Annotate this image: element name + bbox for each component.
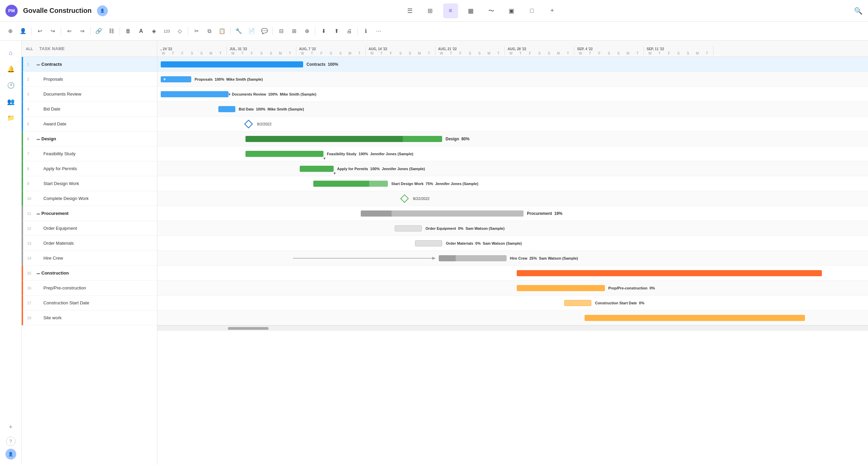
day-cell: T xyxy=(702,52,712,55)
add-user-btn[interactable]: 👤 xyxy=(17,25,29,37)
nav-list-btn[interactable]: ☰ xyxy=(402,3,417,18)
table-row[interactable]: 17 Construction Start Date xyxy=(22,296,157,310)
note-btn[interactable]: 📄 xyxy=(245,25,258,37)
add-task-btn[interactable]: ⊕ xyxy=(4,25,16,37)
col-all-label[interactable]: ALL xyxy=(26,47,39,51)
group-collapse-icon[interactable]: ▬ xyxy=(37,137,40,141)
sidebar-item-add[interactable]: + xyxy=(4,420,18,434)
table-row[interactable]: 7 Feasibility Study xyxy=(22,146,157,161)
indent-btn[interactable]: ⇒ xyxy=(76,25,88,37)
gantt-bar[interactable]: ▼ Proposals 100% Mike Smith (Sample) xyxy=(161,76,191,82)
color-btn[interactable]: ◈ xyxy=(148,25,160,37)
chart-row-order-equipment: Order Equipment 0% Sam Watson (Sample) xyxy=(157,221,868,236)
table-row[interactable]: 18 Site work xyxy=(22,310,157,325)
table-row[interactable]: 13 Order Materials xyxy=(22,236,157,251)
outdent-btn[interactable]: ⇐ xyxy=(63,25,75,37)
row-number: 5 xyxy=(27,122,37,126)
grid-btn[interactable]: ⊞ xyxy=(288,25,300,37)
gantt-bar[interactable]: Start Design Work 75% Jennifer Jones (Sa… xyxy=(313,181,388,187)
gantt-bar[interactable]: Order Materials 0% Sam Watson (Sample) xyxy=(415,240,442,246)
sidebar-item-projects[interactable]: 📁 xyxy=(4,111,18,125)
unlink-btn[interactable]: ⛓ xyxy=(105,25,118,37)
zoom-btn[interactable]: ⊕ xyxy=(301,25,313,37)
sidebar-item-help[interactable]: ? xyxy=(6,437,16,446)
group-collapse-icon[interactable]: ▬ xyxy=(37,211,40,215)
task-name-hire-crew: Hire Crew xyxy=(37,256,63,261)
export-down-btn[interactable]: ⬇ xyxy=(317,25,330,37)
group-collapse-icon[interactable]: ▬ xyxy=(37,62,40,66)
content-area: ALL TASK NAME 1 ▬ Contracts 2 Proposals … xyxy=(22,41,868,465)
gantt-bar[interactable]: Order Equipment 0% Sam Watson (Sample) xyxy=(395,225,422,231)
paste-btn[interactable]: 📋 xyxy=(216,25,228,37)
sidebar-item-home[interactable]: ⌂ xyxy=(4,46,18,60)
link-btn[interactable]: 🔗 xyxy=(93,25,105,37)
table-row[interactable]: 1 ▬ Contracts xyxy=(22,57,157,72)
gantt-bar[interactable] xyxy=(517,270,822,276)
table-row[interactable]: 12 Order Equipment xyxy=(22,221,157,236)
gantt-bar[interactable]: ▼ Apply for Permits 100% Jennifer Jones … xyxy=(300,166,334,172)
table-row[interactable]: 3 Documents Review xyxy=(22,87,157,102)
gantt-bar[interactable]: Prep/Pre-construction 0% xyxy=(517,285,605,291)
search-button[interactable]: 🔍 xyxy=(854,7,863,15)
milestone-diamond-green[interactable] xyxy=(400,194,409,203)
table-row[interactable]: 10 Complete Design Work xyxy=(22,191,157,206)
nav-gantt-btn[interactable]: ≡ xyxy=(443,3,458,18)
table-row[interactable]: 15 ▬ Construction xyxy=(22,266,157,281)
gantt-bar[interactable]: Design 80% xyxy=(245,136,442,142)
undo-btn[interactable]: ↩ xyxy=(34,25,46,37)
table-row[interactable]: 4 Bid Date xyxy=(22,102,157,117)
nav-doc-btn[interactable]: □ xyxy=(525,3,539,18)
gantt-chart-area[interactable]: ., 24 '22 WTFSSMT JUL, 31 '22 WTFSSMT xyxy=(157,41,868,465)
table-row[interactable]: 14 Hire Crew xyxy=(22,251,157,266)
comment-btn[interactable]: 💬 xyxy=(258,25,271,37)
nav-add-btn[interactable]: + xyxy=(545,3,560,18)
group-collapse-icon[interactable]: ▬ xyxy=(37,271,40,275)
table-row[interactable]: 16 Prep/Pre-construction xyxy=(22,281,157,296)
sidebar-item-recent[interactable]: 🕐 xyxy=(4,79,18,92)
table-row[interactable]: 2 Proposals xyxy=(22,72,157,87)
user-avatar-top[interactable]: 👤 xyxy=(97,5,108,16)
delete-btn[interactable]: 🗑 xyxy=(122,25,134,37)
gantt-bar[interactable]: Bid Date 100% Mike Smith (Sample) xyxy=(218,106,235,112)
info-btn[interactable]: ℹ xyxy=(360,25,372,37)
copy-btn[interactable]: ⧉ xyxy=(203,25,215,37)
sidebar-item-team[interactable]: 👥 xyxy=(4,95,18,108)
horizontal-scrollbar[interactable] xyxy=(157,325,868,331)
day-cell: T xyxy=(516,52,525,55)
scrollbar-thumb[interactable] xyxy=(228,327,269,330)
table-row[interactable]: 5 Award Date xyxy=(22,117,157,132)
nav-calendar-btn[interactable]: ▣ xyxy=(504,3,519,18)
export-up-btn[interactable]: ⬆ xyxy=(330,25,342,37)
day-cell: T xyxy=(168,52,178,55)
sidebar-item-notifications[interactable]: 🔔 xyxy=(4,62,18,76)
shape-btn[interactable]: ◇ xyxy=(174,25,186,37)
gantt-bar[interactable]: Contracts 100% xyxy=(161,61,303,67)
gantt-bar[interactable]: ▼ Feasibility Study 100% Jennifer Jones … xyxy=(245,151,323,157)
bar-label: Start Design Work 75% Jennifer Jones (Sa… xyxy=(391,182,478,186)
font-btn[interactable]: A xyxy=(135,25,147,37)
nav-board-btn[interactable]: ⊞ xyxy=(423,3,438,18)
nav-table-btn[interactable]: ▦ xyxy=(463,3,478,18)
split-btn[interactable]: ⊟ xyxy=(275,25,287,37)
cut-btn[interactable]: ✂ xyxy=(190,25,202,37)
wrench-btn[interactable]: 🔧 xyxy=(233,25,245,37)
print-btn[interactable]: 🖨 xyxy=(343,25,355,37)
milestone-diamond[interactable] xyxy=(244,120,253,128)
number-btn[interactable]: 123 xyxy=(161,25,173,37)
table-row[interactable]: 8 Apply for Permits xyxy=(22,161,157,176)
nav-chart-btn[interactable]: 〜 xyxy=(484,3,499,18)
gantt-bar[interactable]: Hire Crew 25% Sam Watson (Sample) xyxy=(439,255,507,261)
chart-row-feasibility: ▼ Feasibility Study 100% Jennifer Jones … xyxy=(157,146,868,161)
gantt-bar[interactable] xyxy=(585,315,805,321)
gantt-bar[interactable]: Construction Start Date 0% xyxy=(564,300,591,306)
table-row[interactable]: 6 ▬ Design xyxy=(22,132,157,146)
toolbar-sep-2 xyxy=(61,27,61,35)
day-cell: M xyxy=(345,52,355,55)
table-row[interactable]: 11 ▬ Procurement xyxy=(22,206,157,221)
redo-btn[interactable]: ↪ xyxy=(46,25,59,37)
more-btn[interactable]: ⋯ xyxy=(373,25,385,37)
gantt-bar[interactable]: ▼ Documents Review 100% Mike Smith (Samp… xyxy=(161,91,229,97)
table-row[interactable]: 9 Start Design Work xyxy=(22,176,157,191)
gantt-bar[interactable]: Procurement 19% xyxy=(361,210,524,217)
sidebar-user-avatar[interactable]: 👤 xyxy=(5,449,16,460)
